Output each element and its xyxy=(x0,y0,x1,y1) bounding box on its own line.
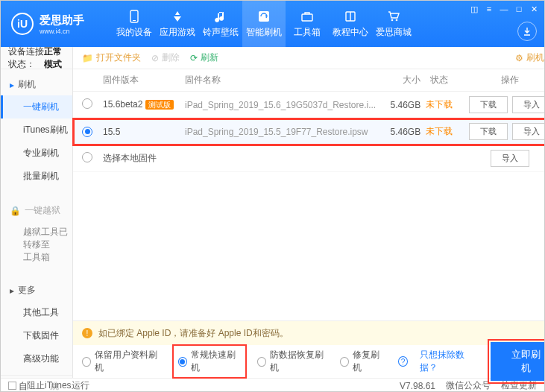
sidebar-item-downloadfw[interactable]: 下载固件 xyxy=(1,324,72,347)
logo-icon: iU xyxy=(11,13,34,35)
download-circle-icon[interactable] xyxy=(517,22,537,41)
sidebar-item-othertools[interactable]: 其他工具 xyxy=(1,301,72,324)
check-update-link[interactable]: 检查更新 xyxy=(501,379,537,392)
import-button[interactable]: 导入 xyxy=(512,96,545,113)
download-button[interactable]: 下载 xyxy=(469,96,508,113)
phone-icon xyxy=(127,9,142,24)
nav-my-device[interactable]: 我的设备 xyxy=(113,1,156,47)
opt-keep-data[interactable]: 保留用户资料刷机 xyxy=(82,349,162,374)
row-radio[interactable] xyxy=(82,98,92,109)
import-button[interactable]: 导入 xyxy=(512,123,545,140)
warning-bar: ! 如已绑定 Apple ID，请准备好 Apple ID和密码。 ✕ xyxy=(73,321,545,345)
music-icon xyxy=(213,9,228,24)
table-header: 固件版本 固件名称 大小 状态 操作 xyxy=(73,69,545,92)
beta-tag: 测试版 xyxy=(145,100,174,110)
more-icon: ▸ xyxy=(10,285,14,296)
flash-settings-button[interactable]: ⚙刷机设置 xyxy=(515,51,545,64)
sidebar-item-advanced[interactable]: 高级功能 xyxy=(1,347,72,370)
bottom-panel: ! 如已绑定 Apple ID，请准备好 Apple ID和密码。 ✕ 保留用户… xyxy=(73,320,545,378)
import-button[interactable]: 导入 xyxy=(491,150,529,167)
opt-anti-recovery[interactable]: 防数据恢复刷机 xyxy=(257,349,328,374)
cart-icon xyxy=(386,9,401,24)
flash-icon xyxy=(256,9,271,24)
svg-rect-3 xyxy=(302,14,312,21)
open-folder-button[interactable]: 📁打开文件夹 xyxy=(82,51,141,64)
maximize-icon[interactable]: □ xyxy=(513,4,525,14)
footer: 阻止iTunes运行 V7.98.61 微信公众号 检查更新 xyxy=(1,378,544,392)
help-icon[interactable]: ? xyxy=(398,356,408,367)
close-icon[interactable]: ✕ xyxy=(528,4,540,14)
nav-flash[interactable]: 智能刷机 xyxy=(242,1,286,47)
row-radio[interactable] xyxy=(82,127,92,137)
sidebar-item-itunes[interactable]: iTunes刷机 xyxy=(1,118,72,142)
opt-repair-flash[interactable]: 修复刷机 xyxy=(340,349,386,374)
version-label: V7.98.61 xyxy=(400,381,435,391)
wechat-link[interactable]: 微信公众号 xyxy=(446,379,491,392)
jailbreak-note: 越狱工具已转移至 工具箱 xyxy=(1,221,72,268)
section-more[interactable]: ▸更多 xyxy=(1,279,72,301)
svg-point-5 xyxy=(391,19,394,22)
sidebar-item-batch[interactable]: 批量刷机 xyxy=(1,165,72,188)
brand-name: 爱思助手 xyxy=(40,13,84,28)
gear-icon: ⚙ xyxy=(515,53,523,63)
menu-icon[interactable]: ≡ xyxy=(483,4,495,14)
nav-toolbox[interactable]: 工具箱 xyxy=(286,1,329,47)
warning-icon: ! xyxy=(82,328,92,338)
section-jailbreak[interactable]: 🔒一键越狱 xyxy=(1,200,72,221)
svg-point-6 xyxy=(396,19,398,22)
section-flash[interactable]: ▸刷机 xyxy=(1,74,72,95)
minimize-icon[interactable]: ― xyxy=(498,4,510,14)
apps-icon xyxy=(170,9,185,24)
delete-button[interactable]: ⊘删除 xyxy=(151,51,180,64)
lock-icon: 🔒 xyxy=(10,206,21,216)
nav-ringtones[interactable]: 铃声壁纸 xyxy=(199,1,242,47)
toolbar: 📁打开文件夹 ⊘删除 ⟳刷新 ⚙刷机设置 xyxy=(73,47,545,69)
content-area: 📁打开文件夹 ⊘删除 ⟳刷新 ⚙刷机设置 固件版本 固件名称 大小 状态 操作 … xyxy=(73,47,545,378)
firmware-row[interactable]: 15.6beta2测试版 iPad_Spring_2019_15.6_19G50… xyxy=(73,92,545,118)
connection-status: 设备连接状态：正常模式 xyxy=(1,47,72,69)
nav-store[interactable]: 爱思商城 xyxy=(372,1,415,47)
sidebar-item-pro[interactable]: 专业刷机 xyxy=(1,142,72,165)
logo: iU 爱思助手 www.i4.cn xyxy=(1,13,113,35)
delete-icon: ⊘ xyxy=(151,53,159,63)
local-firmware-row[interactable]: 选择本地固件 导入 xyxy=(73,145,545,172)
window-controls: ◫ ≡ ― □ ✕ xyxy=(468,4,540,14)
folder-icon: 📁 xyxy=(82,53,93,63)
erase-only-link[interactable]: 只想抹除数据？ xyxy=(420,349,479,374)
skin-icon[interactable]: ◫ xyxy=(468,4,480,14)
svg-rect-1 xyxy=(133,20,136,21)
sidebar-item-oneclick[interactable]: 一键刷机 xyxy=(1,95,72,118)
refresh-button[interactable]: ⟳刷新 xyxy=(190,51,218,64)
row-radio[interactable] xyxy=(82,152,92,162)
nav-tutorials[interactable]: 教程中心 xyxy=(329,1,372,47)
download-button[interactable]: 下载 xyxy=(469,123,508,140)
brand-url: www.i4.cn xyxy=(40,28,84,35)
toolbox-icon xyxy=(300,9,315,24)
svg-rect-2 xyxy=(259,11,269,22)
refresh-icon: ⟳ xyxy=(190,53,198,63)
flash-section-icon: ▸ xyxy=(10,80,14,90)
book-icon xyxy=(343,9,358,24)
flash-now-button[interactable]: 立即刷机 xyxy=(491,342,545,381)
app-header: iU 爱思助手 www.i4.cn 我的设备 应用游戏 铃声壁纸 智能刷机 工具… xyxy=(1,1,544,47)
opt-quick-flash[interactable]: 常规快速刷机 xyxy=(174,346,245,377)
sidebar: 设备连接状态：正常模式 ▸刷机 一键刷机 iTunes刷机 专业刷机 批量刷机 … xyxy=(1,47,73,378)
flash-options: 保留用户资料刷机 常规快速刷机 防数据恢复刷机 修复刷机 ? 只想抹除数据？ 立… xyxy=(73,345,545,378)
block-itunes-checkbox[interactable] xyxy=(8,382,16,390)
nav-apps[interactable]: 应用游戏 xyxy=(156,1,199,47)
firmware-row-selected[interactable]: 15.5 iPad_Spring_2019_15.5_19F77_Restore… xyxy=(73,118,545,145)
